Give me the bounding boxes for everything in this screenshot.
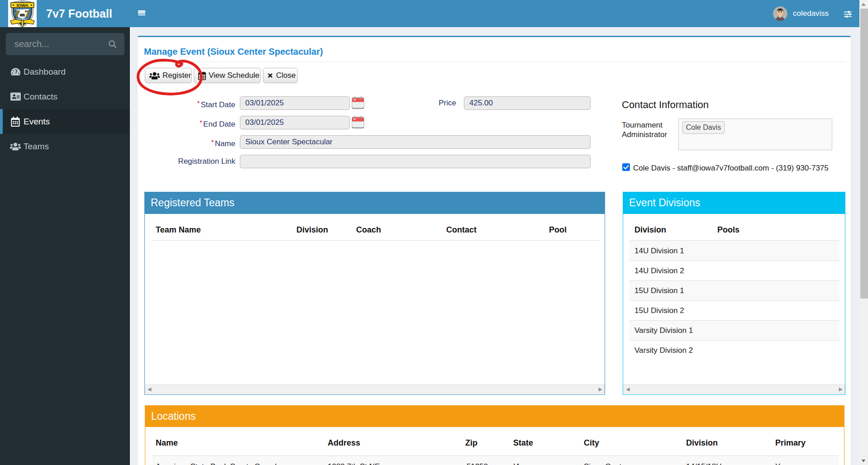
svg-text:IOWA: IOWA xyxy=(16,3,28,8)
